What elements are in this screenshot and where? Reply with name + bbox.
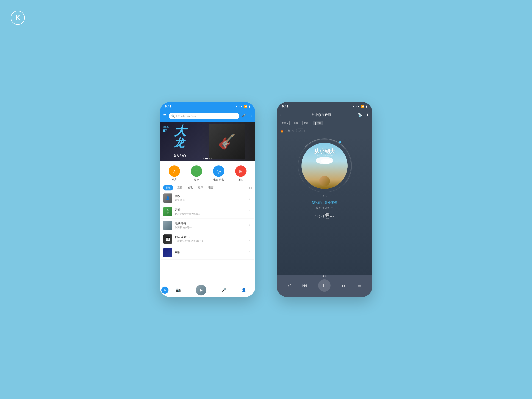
song-more-1[interactable]: ⋮ — [247, 195, 252, 201]
album-ring: 从小到大 CONGXIAO DADOA — [298, 139, 351, 192]
follow-button[interactable]: 关注 — [296, 129, 305, 133]
song-more-3[interactable]: ⋮ — [247, 222, 252, 228]
camera-icon[interactable]: 📷 — [176, 288, 181, 292]
now-playing-btn[interactable]: ▶ — [196, 285, 206, 295]
playlist-label: 歌单 — [194, 178, 199, 181]
lyrics-line1: 我独酌山外小阁楼 — [312, 201, 337, 205]
menu-icon[interactable]: ☰ — [163, 114, 167, 118]
banner-subtitle: DAFAY — [174, 154, 187, 158]
song-item-mangzhong[interactable]: 芒种 芒种 赵方婧音程诗听演唱歌曲 ⋮ — [161, 205, 253, 219]
more-options-button[interactable]: ••• — [330, 214, 334, 219]
dot-1 — [203, 158, 204, 159]
tag-effects[interactable]: 音效 — [292, 121, 300, 125]
time-remaining: -2:14 — [322, 195, 327, 198]
player-header: ‹ 山外小楼夜听雨 📡 ⬆ — [277, 111, 372, 120]
tab-video[interactable]: 视频 — [208, 184, 214, 191]
banner-dots — [203, 158, 212, 159]
profile-icon[interactable]: 👤 — [241, 288, 246, 292]
play-pause-button[interactable]: ⏸ — [318, 279, 330, 292]
phone1-status-bar: 9:41 ▲▲▲ 📶 ▮ — [160, 102, 255, 111]
radio-label: 电台·听书 — [213, 178, 224, 181]
cast-icon[interactable]: 📡 — [358, 113, 362, 117]
mv-button[interactable]: ▷ — [319, 214, 322, 219]
dot-3 — [209, 158, 210, 159]
album-section: 从小到大 CONGXIAO DADOA -2:14 我独酌山外小阁楼 窗外渔火如… — [277, 136, 372, 275]
album-art-inner: 从小到大 CONGXIAO DADOA — [301, 143, 348, 189]
comment-button[interactable]: 💬 +999 — [325, 213, 330, 220]
shuffle-button[interactable]: ⇄ — [287, 283, 291, 288]
song-title-1: 侧脸 — [175, 194, 244, 198]
tab-news[interactable]: 资讯 — [187, 184, 194, 191]
mv-icon: ▷ — [319, 214, 322, 219]
more-label: 更多 — [238, 178, 243, 181]
app-logo: K — [11, 11, 25, 25]
search-input[interactable]: I Really Like You — [176, 114, 196, 118]
like-button[interactable]: ♡ — [315, 214, 319, 219]
player-actions: ♡ ▷ ⬇ 💬 +999 ••• — [310, 210, 339, 221]
tab-new-songs[interactable]: 新歌 — [163, 185, 173, 190]
banner[interactable]: 音乐后 现场 北就京这爸么们住儿性 大 龙 DAFAY 🎸 — [160, 122, 255, 161]
search-box[interactable]: 🔍 I Really Like You — [169, 113, 239, 119]
search-icon: 🔍 — [171, 114, 175, 118]
lyrics-line2: 窗外渔火如豆 — [312, 206, 337, 210]
tabs-more-icon[interactable]: ⊡ — [249, 186, 252, 190]
tag-cover[interactable]: 封面 — [302, 121, 310, 125]
song-artist-2: 赵方婧音程诗听演唱歌曲 — [175, 212, 244, 215]
phone1-time: 9:41 — [165, 105, 171, 108]
prev-button[interactable]: ⏮ — [302, 283, 307, 289]
comment-icon: 💬 — [325, 213, 330, 217]
song-more-4[interactable]: ⋮ — [247, 236, 252, 242]
tag-quality[interactable]: 标准 ▾ — [280, 121, 290, 125]
song-artist-3: 张紫豪·地铁等待 — [175, 226, 244, 229]
prog-dot-1 — [323, 275, 324, 277]
download-button[interactable]: ⬇ — [322, 214, 325, 219]
quick-icon-library[interactable]: ♪ 乐库 — [169, 165, 180, 181]
progress-dots — [277, 275, 372, 278]
back-button[interactable]: ‹ — [280, 113, 281, 117]
library-circle: ♪ — [169, 165, 180, 177]
mic-icon[interactable]: 🎤 — [241, 114, 246, 119]
prog-dot-2 — [325, 275, 326, 277]
song-item-ceLian[interactable]: 👤 侧脸 雨果-侧脸 ⋮ — [161, 191, 253, 205]
song-more-5[interactable]: ⋮ — [247, 250, 252, 255]
next-button[interactable]: ⏭ — [342, 283, 347, 289]
radio-circle: ◎ — [213, 165, 224, 177]
comment-badge: +999 — [325, 218, 329, 220]
song-info-3: 地铁等待 张紫豪·地铁等待 — [175, 222, 244, 229]
quick-icon-radio[interactable]: ◎ 电台·听书 — [213, 165, 224, 181]
download-icon: ⬇ — [322, 214, 325, 219]
quick-icon-more[interactable]: ⊞ 更多 — [235, 165, 247, 181]
song-thumb-3 — [163, 221, 172, 230]
add-icon[interactable]: ⊕ — [248, 114, 252, 119]
playlist-button[interactable]: ☰ — [358, 283, 361, 288]
phone1-music-app: 9:41 ▲▲▲ 📶 ▮ ☰ 🔍 I Really Like You 🎤 ⊕ — [160, 102, 255, 297]
heart-icon: ♡ — [315, 214, 319, 219]
song-artist-4: 王信恺Est/二胖-你走以后1.0 — [175, 240, 244, 243]
song-thumb-5 — [163, 248, 172, 257]
phone1-status-icons: ▲▲▲ 📶 ▮ — [235, 105, 250, 108]
artist-name: 任燃 — [285, 129, 291, 133]
song-list: 👤 侧脸 雨果-侧脸 ⋮ 芒种 芒种 赵方婧音程诗听演唱歌曲 ⋮ — [160, 191, 255, 283]
song-more-2[interactable]: ⋮ — [247, 209, 252, 215]
quick-icon-playlist[interactable]: ≡ 歌单 — [191, 165, 202, 181]
song-item-metro[interactable]: 地铁等待 张紫豪·地铁等待 ⋮ — [161, 219, 253, 232]
song-info-5: 嗣张 — [175, 251, 244, 255]
mic-nav-icon[interactable]: 🎤 — [222, 288, 226, 292]
banner-figure: 🎸 — [199, 122, 255, 161]
song-title-3: 地铁等待 — [175, 222, 244, 225]
tab-live[interactable]: 直播 — [177, 184, 183, 191]
song-title-5: 嗣张 — [175, 251, 244, 254]
lyrics-section[interactable]: 我独酌山外小阁楼 窗外渔火如豆 — [306, 201, 343, 210]
album-bottom-sphere — [319, 176, 330, 186]
tag-video[interactable]: ▐ 视频 — [313, 121, 323, 125]
banner-title: 大 龙 — [174, 125, 186, 148]
song-item-after[interactable]: 🎹 你走以后1.0 王信恺Est/二胖-你走以后1.0 ⋮ — [161, 232, 253, 246]
share-icon[interactable]: ⬆ — [366, 113, 369, 117]
user-avatar[interactable]: K — [161, 287, 168, 294]
song-title-4: 你走以后1.0 — [175, 235, 244, 239]
album-title-cn: 从小到大 — [301, 148, 348, 155]
p2-wifi-icon: 📶 — [361, 105, 364, 108]
tab-playlists[interactable]: 歌单 — [197, 184, 204, 191]
dot-4 — [211, 158, 212, 159]
song-item-sizhang[interactable]: 嗣张 ⋮ — [161, 246, 253, 260]
